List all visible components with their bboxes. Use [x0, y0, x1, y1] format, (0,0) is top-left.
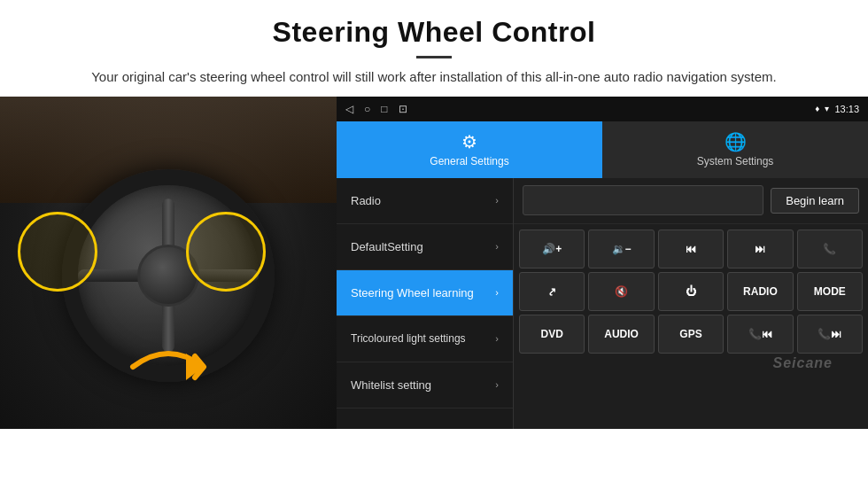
tab-system-settings[interactable]: 🌐 System Settings [602, 121, 868, 178]
top-section: Steering Wheel Control Your original car… [0, 0, 868, 97]
gps-label: GPS [679, 328, 701, 340]
nav-icons: ◁ ○ □ ⊡ [345, 103, 407, 115]
vol-up-icon: 🔊+ [542, 243, 562, 255]
tab-general-settings[interactable]: ⚙ General Settings [337, 121, 602, 178]
hang-up-button[interactable]: ↩ [519, 272, 585, 311]
radio-label: RADIO [743, 285, 778, 298]
signal-icon: ▾ [825, 104, 829, 113]
power-icon: ⏻ [686, 285, 696, 298]
tel-next-icon: 📞⏭ [818, 328, 841, 340]
radio-button[interactable]: RADIO [727, 272, 793, 311]
prev-icon: ⏮ [686, 243, 696, 255]
audio-label: AUDIO [604, 328, 639, 340]
begin-learn-button[interactable]: Begin learn [771, 188, 859, 214]
menu-steering-label: Steering Wheel learning [351, 286, 495, 300]
menu-item-default[interactable]: DefaultSetting › [337, 224, 513, 270]
location-icon: ♦ [815, 104, 819, 113]
title-divider [416, 56, 452, 58]
menu-radio-label: Radio [351, 194, 495, 207]
arrow-container [124, 331, 230, 402]
vol-down-icon: 🔉− [612, 243, 632, 255]
screen-content: Radio › DefaultSetting › Steering Wheel … [337, 178, 868, 429]
back-icon[interactable]: ◁ [345, 103, 353, 115]
left-menu: Radio › DefaultSetting › Steering Wheel … [337, 178, 514, 429]
mute-icon: 🔇 [615, 285, 628, 298]
status-indicators: ♦ ▾ 13:13 [815, 104, 859, 114]
tabs-row: ⚙ General Settings 🌐 System Settings [337, 121, 868, 178]
chevron-icon-steering: › [495, 287, 499, 298]
hang-up-icon: ↩ [545, 284, 560, 299]
tab-general-label: General Settings [430, 155, 508, 167]
steering-wheel-image [0, 97, 337, 429]
recent-icon[interactable]: □ [381, 103, 387, 115]
control-button-grid: 🔊+ 🔉− ⏮ ⏭ 📞 [514, 224, 868, 359]
tab-system-label: System Settings [697, 155, 774, 167]
menu-whitelist-label: Whitelist setting [351, 378, 495, 392]
page-subtitle: Your original car's steering wheel contr… [53, 67, 815, 88]
page-title: Steering Wheel Control [53, 16, 815, 49]
learn-input-field[interactable] [523, 185, 763, 215]
highlight-circle-left [18, 212, 97, 292]
highlight-circle-right [186, 212, 266, 292]
next-icon: ⏭ [755, 243, 765, 255]
vol-down-button[interactable]: 🔉− [588, 230, 654, 268]
home-icon[interactable]: ○ [364, 103, 370, 115]
mute-button[interactable]: 🔇 [588, 272, 654, 311]
dvd-button[interactable]: DVD [519, 315, 585, 354]
tel-prev-button[interactable]: 📞⏮ [727, 315, 793, 354]
chevron-icon-radio: › [495, 195, 499, 206]
mode-label: MODE [814, 285, 846, 298]
settings-gear-icon: ⚙ [461, 131, 477, 152]
button-row-1: 🔊+ 🔉− ⏮ ⏭ 📞 [519, 230, 863, 268]
tel-next-button[interactable]: 📞⏭ [797, 315, 863, 354]
phone-icon: 📞 [823, 243, 836, 255]
gps-button[interactable]: GPS [658, 315, 724, 354]
dvd-label: DVD [541, 328, 563, 340]
mode-button[interactable]: MODE [797, 272, 863, 311]
vol-up-button[interactable]: 🔊+ [519, 230, 585, 268]
chevron-icon-whitelist: › [495, 379, 499, 390]
phone-button[interactable]: 📞 [797, 230, 863, 268]
menu-item-steering[interactable]: Steering Wheel learning › [337, 270, 513, 316]
begin-learn-row: Begin learn [514, 178, 868, 224]
right-panel: Begin learn 🔊+ 🔉− ⏮ [514, 178, 868, 429]
menu-item-radio[interactable]: Radio › [337, 178, 513, 224]
seicane-watermark: Seicane [487, 352, 841, 375]
power-button[interactable]: ⏻ [658, 272, 724, 311]
android-screen: ◁ ○ □ ⊡ ♦ ▾ 13:13 ⚙ General Settings 🌐 S… [337, 97, 868, 429]
content-area: ◁ ○ □ ⊡ ♦ ▾ 13:13 ⚙ General Settings 🌐 S… [0, 97, 868, 429]
pointing-arrow [124, 331, 230, 402]
clock: 13:13 [834, 104, 859, 114]
menu-tricoloured-label: Tricoloured light settings [351, 332, 495, 345]
button-row-3: DVD AUDIO GPS 📞⏮ 📞⏭ [519, 315, 863, 354]
chevron-icon-tricoloured: › [495, 333, 499, 344]
button-row-2: ↩ 🔇 ⏻ RADIO MODE [519, 272, 863, 311]
chevron-icon-default: › [495, 241, 499, 252]
next-track-button[interactable]: ⏭ [727, 230, 793, 268]
menu-default-label: DefaultSetting [351, 240, 495, 253]
screenshot-icon[interactable]: ⊡ [399, 103, 407, 115]
prev-track-button[interactable]: ⏮ [658, 230, 724, 268]
tel-prev-icon: 📞⏮ [748, 328, 772, 340]
system-globe-icon: 🌐 [725, 131, 747, 152]
steering-wheel-bg [0, 97, 337, 429]
status-bar: ◁ ○ □ ⊡ ♦ ▾ 13:13 [337, 97, 868, 121]
audio-button[interactable]: AUDIO [588, 315, 654, 354]
